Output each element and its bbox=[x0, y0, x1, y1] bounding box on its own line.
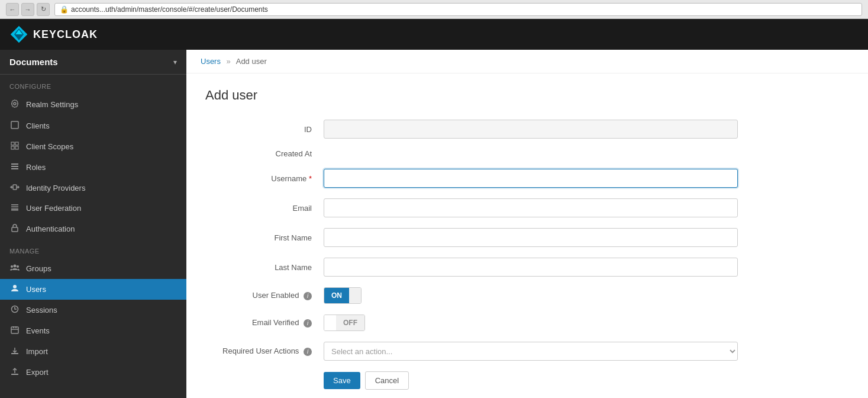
svg-rect-6 bbox=[15, 142, 18, 145]
svg-rect-29 bbox=[11, 353, 18, 354]
svg-rect-4 bbox=[11, 121, 18, 129]
svg-rect-15 bbox=[11, 204, 18, 206]
sidebar-item-import-label: Import bbox=[26, 347, 48, 356]
sidebar-item-client-scopes[interactable]: Client Scopes bbox=[0, 136, 186, 157]
sidebar-item-groups-label: Groups bbox=[26, 264, 51, 273]
sessions-icon bbox=[9, 305, 20, 315]
sidebar-item-identity-providers[interactable]: Identity Providers bbox=[0, 178, 186, 198]
sidebar-item-import[interactable]: Import bbox=[0, 341, 186, 362]
authentication-icon bbox=[9, 224, 20, 234]
svg-point-21 bbox=[11, 265, 13, 268]
svg-rect-10 bbox=[11, 166, 18, 167]
email-verified-toggle[interactable]: OFF bbox=[324, 314, 365, 331]
manage-section-label: Manage bbox=[0, 239, 186, 258]
user-enabled-info-icon: i bbox=[304, 292, 312, 300]
top-nav: KEYCLOAK bbox=[0, 19, 868, 50]
identity-providers-icon bbox=[9, 183, 20, 192]
import-icon bbox=[9, 346, 20, 357]
user-enabled-row: User Enabled i ON bbox=[205, 287, 738, 304]
svg-rect-7 bbox=[11, 146, 14, 149]
svg-point-3 bbox=[14, 102, 16, 105]
toggle-off-label[interactable]: OFF bbox=[336, 315, 364, 330]
sidebar-item-realm-settings[interactable]: Realm Settings bbox=[0, 94, 186, 115]
email-verified-label: Email Verified i bbox=[205, 318, 324, 328]
breadcrumb-current: Add user bbox=[236, 57, 267, 66]
username-label: Username bbox=[205, 174, 324, 183]
email-label: Email bbox=[205, 204, 324, 213]
users-icon bbox=[9, 284, 20, 294]
svg-rect-18 bbox=[11, 210, 18, 211]
sidebar-item-sessions[interactable]: Sessions bbox=[0, 300, 186, 320]
content-area: Users » Add user Add user ID Created At bbox=[186, 50, 868, 398]
svg-rect-5 bbox=[11, 142, 14, 145]
realm-name: Documents bbox=[9, 57, 58, 67]
email-verified-on-btn[interactable] bbox=[324, 315, 336, 330]
realm-selector[interactable]: Documents ▾ bbox=[0, 50, 186, 75]
breadcrumb: Users » Add user bbox=[186, 50, 868, 73]
forward-button[interactable]: → bbox=[21, 3, 34, 16]
sidebar-item-groups[interactable]: Groups bbox=[0, 258, 186, 279]
email-verified-row: Email Verified i OFF bbox=[205, 314, 738, 331]
sidebar-item-identity-providers-label: Identity Providers bbox=[26, 184, 85, 192]
configure-section-label: Configure bbox=[0, 75, 186, 94]
address-text: accounts...uth/admin/master/console/#/cr… bbox=[71, 5, 268, 14]
last-name-input[interactable] bbox=[324, 258, 738, 277]
breadcrumb-users-link[interactable]: Users bbox=[201, 57, 221, 66]
sidebar-item-realm-settings-label: Realm Settings bbox=[26, 100, 78, 109]
svg-rect-17 bbox=[11, 208, 18, 210]
sidebar-item-user-federation-label: User Federation bbox=[26, 204, 81, 213]
sidebar: Documents ▾ Configure Realm Settings Cli… bbox=[0, 50, 186, 398]
email-input[interactable] bbox=[324, 198, 738, 217]
toggle-off-btn[interactable] bbox=[349, 288, 361, 303]
email-row: Email bbox=[205, 198, 738, 217]
required-actions-select[interactable]: Select an action... bbox=[324, 342, 738, 361]
required-actions-row: Required User Actions i Select an action… bbox=[205, 342, 738, 361]
cancel-button[interactable]: Cancel bbox=[365, 371, 409, 390]
lock-icon: 🔒 bbox=[60, 5, 69, 14]
sidebar-item-client-scopes-label: Client Scopes bbox=[26, 142, 73, 151]
sidebar-item-users[interactable]: Users bbox=[0, 279, 186, 300]
logo[interactable]: KEYCLOAK bbox=[9, 25, 98, 44]
sidebar-item-export-label: Export bbox=[26, 368, 49, 377]
address-bar[interactable]: 🔒 accounts...uth/admin/master/console/#/… bbox=[54, 3, 862, 16]
toggle-on-label[interactable]: ON bbox=[324, 288, 349, 303]
sidebar-item-authentication-label: Authentication bbox=[26, 224, 75, 233]
groups-icon bbox=[9, 264, 20, 274]
created-at-row: Created At bbox=[205, 149, 738, 158]
save-button[interactable]: Save bbox=[324, 372, 360, 389]
sidebar-item-user-federation[interactable]: User Federation bbox=[0, 198, 186, 219]
svg-point-22 bbox=[17, 265, 19, 268]
svg-point-20 bbox=[14, 265, 17, 268]
username-row: Username bbox=[205, 169, 738, 188]
sidebar-item-events-label: Events bbox=[26, 326, 50, 335]
logo-icon bbox=[9, 25, 28, 44]
refresh-button[interactable]: ↻ bbox=[37, 3, 50, 16]
sidebar-item-events[interactable]: Events bbox=[0, 320, 186, 341]
svg-rect-16 bbox=[11, 207, 18, 208]
browser-chrome: ← → ↻ 🔒 accounts...uth/admin/master/cons… bbox=[0, 0, 868, 19]
back-button[interactable]: ← bbox=[6, 3, 19, 16]
svg-rect-30 bbox=[11, 374, 18, 375]
sidebar-item-export[interactable]: Export bbox=[0, 362, 186, 383]
page-title: Add user bbox=[205, 88, 849, 103]
form-actions: Save Cancel bbox=[205, 371, 738, 390]
svg-rect-8 bbox=[15, 146, 18, 149]
events-icon bbox=[9, 326, 20, 336]
id-input[interactable] bbox=[324, 120, 738, 139]
first-name-input[interactable] bbox=[324, 228, 738, 247]
svg-rect-25 bbox=[11, 327, 18, 333]
first-name-label: First Name bbox=[205, 233, 324, 242]
sidebar-item-clients-label: Clients bbox=[26, 121, 50, 130]
user-federation-icon bbox=[9, 203, 20, 213]
last-name-row: Last Name bbox=[205, 258, 738, 277]
sidebar-item-clients[interactable]: Clients bbox=[0, 115, 186, 136]
first-name-row: First Name bbox=[205, 228, 738, 247]
user-enabled-toggle[interactable]: ON bbox=[324, 287, 362, 304]
sidebar-item-sessions-label: Sessions bbox=[26, 306, 57, 314]
sidebar-item-roles[interactable]: Roles bbox=[0, 157, 186, 178]
sidebar-item-authentication[interactable]: Authentication bbox=[0, 219, 186, 239]
username-input[interactable] bbox=[324, 169, 738, 188]
id-label: ID bbox=[205, 125, 324, 134]
clients-icon bbox=[9, 121, 20, 131]
export-icon bbox=[9, 367, 20, 377]
